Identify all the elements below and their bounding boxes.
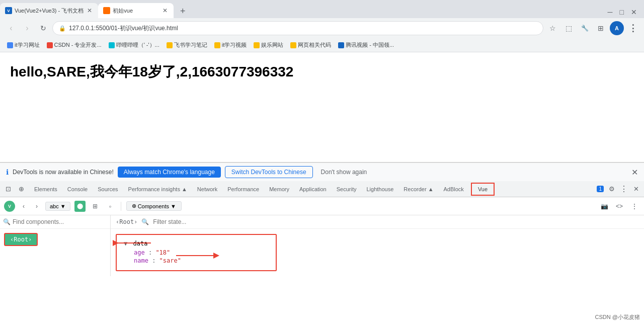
tab-adblock[interactable]: AdBlock <box>439 181 469 197</box>
vue-data-row-header: ▼ data <box>124 240 269 247</box>
devtools-badge: 1 <box>597 186 604 192</box>
devtools-more-icon[interactable]: ⋮ <box>618 183 630 195</box>
tab-1-label: Vue(Vue2+Vue3) - 飞书文档 <box>15 7 84 15</box>
vue-search-bar: 🔍 <box>0 215 110 229</box>
switch-devtools-button[interactable]: Switch DevTools to Chinese <box>225 166 313 178</box>
window-controls: ─ □ ✕ <box>605 8 644 18</box>
tab-2-favicon <box>103 7 110 14</box>
vue-format-btn[interactable]: ⬤ <box>74 201 86 212</box>
devtools-dock-icon[interactable]: ⊡ <box>2 183 14 195</box>
tab-1-close[interactable]: ✕ <box>86 7 93 14</box>
vue-back-btn[interactable]: ‹ <box>19 202 28 211</box>
bookmark-bilibili[interactable]: 哔哩哔哩（' -'）... <box>106 40 163 50</box>
vue-right-panel: ‹Root› 🔍 ▼ data age : "18" <box>111 215 644 276</box>
bookmark-webcode[interactable]: 网页相关代码 <box>287 40 334 50</box>
vue-toolbar: V ‹ › abc ▼ ⬤ ⊞ ◦ ⊕ Components ▼ 📷 <> ⋮ <box>0 197 644 215</box>
bookmark-it-study[interactable]: it学习网址 <box>4 40 43 50</box>
data-section-label: data <box>133 240 147 247</box>
vue-root-item[interactable]: ‹Root› <box>4 233 38 246</box>
devtools-notification: ℹ DevTools is now available in Chinese! … <box>0 163 644 181</box>
search-icon: 🔍 <box>3 218 11 225</box>
maximize-btn[interactable]: □ <box>617 8 627 16</box>
extension-btn-3[interactable]: ⊞ <box>594 21 608 35</box>
bookmark-it-video[interactable]: it学习视频 <box>211 40 250 50</box>
tab-2[interactable]: 初始vue ✕ <box>98 3 174 18</box>
devtools-inspect-icon[interactable]: ⊕ <box>15 183 27 195</box>
bookmark-entertainment[interactable]: 娱乐网站 <box>251 40 286 50</box>
bookmark-csdn[interactable]: CSDN - 专业开发... <box>44 40 105 50</box>
minimize-btn[interactable]: ─ <box>605 8 616 16</box>
vue-left-panel: 🔍 ‹Root› <box>0 215 111 276</box>
tab-elements[interactable]: Elements <box>29 181 62 197</box>
footer-watermark: CSDN @小花皮猪 <box>595 313 640 321</box>
vue-panel-body: 🔍 ‹Root› ‹Root› 🔍 <box>0 215 644 276</box>
forward-button[interactable]: › <box>20 21 34 35</box>
tab-memory[interactable]: Memory <box>264 181 294 197</box>
notification-close-icon[interactable]: ✕ <box>631 168 638 177</box>
back-button[interactable]: ‹ <box>4 21 18 35</box>
name-key: name <box>134 257 148 264</box>
tab-1-favicon: V <box>5 7 12 14</box>
vue-filter-input[interactable] <box>153 218 639 225</box>
address-text: 127.0.0.1:5500/01-初识vue/初识vue.html <box>69 24 178 33</box>
vue-devtools-content: V ‹ › abc ▼ ⬤ ⊞ ◦ ⊕ Components ▼ 📷 <> ⋮ <box>0 197 644 276</box>
vue-components-dropdown[interactable]: ⊕ Components ▼ <box>126 201 182 211</box>
filter-search-icon: 🔍 <box>141 218 149 225</box>
profile-btn[interactable]: A <box>610 21 624 35</box>
page-content: hello,SARE,我今年18岁了,2,1663077396332 <box>0 52 644 162</box>
vue-data-age-row: age : "18" <box>124 249 269 256</box>
root-tag-label: ‹Root› <box>116 218 137 225</box>
vue-right-action-3[interactable]: ⋮ <box>629 201 640 212</box>
vue-right-action-2[interactable]: <> <box>614 201 625 212</box>
bookmarks-bar: it学习网址 CSDN - 专业开发... 哔哩哔哩（' -'）... 飞书学习… <box>0 38 644 52</box>
tab-2-label: 初始vue <box>113 7 159 15</box>
tab-recorder[interactable]: Recorder ▲ <box>398 181 438 197</box>
close-btn[interactable]: ✕ <box>628 8 640 16</box>
devtools-settings-icon[interactable]: ⚙ <box>606 183 618 195</box>
vue-grid-btn[interactable]: ⊞ <box>90 201 101 212</box>
lock-icon: 🔒 <box>59 25 66 32</box>
age-key: age <box>134 249 145 256</box>
vue-abc-dropdown[interactable]: abc ▼ <box>45 202 70 211</box>
extension-btn-1[interactable]: ⬚ <box>561 21 576 35</box>
address-bar[interactable]: 🔒 127.0.0.1:5500/01-初识vue/初识vue.html <box>52 21 543 35</box>
vue-tree: ‹Root› <box>0 229 110 276</box>
abc-chevron-icon: ▼ <box>60 203 66 209</box>
controls-bar: ‹ › ↻ 🔒 127.0.0.1:5500/01-初识vue/初识vue.ht… <box>0 18 644 38</box>
expand-icon: ▼ <box>124 240 127 247</box>
bookmark-feishu[interactable]: 飞书学习笔记 <box>164 40 210 50</box>
devtools-panel: ℹ DevTools is now available in Chinese! … <box>0 162 644 276</box>
tab-security[interactable]: Security <box>332 181 362 197</box>
vue-search-input[interactable] <box>13 218 107 225</box>
page-heading: hello,SARE,我今年18岁了,2,1663077396332 <box>10 62 293 82</box>
age-value: "18" <box>155 249 170 256</box>
bookmark-tencent[interactable]: 腾讯视频 - 中国领... <box>335 40 397 50</box>
tab-performance-insights[interactable]: Performance insights ▲ <box>123 181 192 197</box>
tab-network[interactable]: Network <box>192 181 222 197</box>
vue-forward-btn[interactable]: › <box>32 202 41 211</box>
devtools-close-icon[interactable]: ✕ <box>630 183 642 195</box>
browser-chrome: V Vue(Vue2+Vue3) - 飞书文档 ✕ 初始vue ✕ + ─ □ … <box>0 0 644 52</box>
menu-btn[interactable]: ⋮ <box>626 21 640 35</box>
components-label: Components ▼ <box>138 203 176 209</box>
tab-sources[interactable]: Sources <box>93 181 123 197</box>
vue-logo: V <box>4 201 15 212</box>
new-tab-button[interactable]: + <box>176 4 190 18</box>
vue-right-action-1[interactable]: 📷 <box>599 201 610 212</box>
vue-data-name-row: name : "sare" <box>124 257 269 264</box>
always-match-button[interactable]: Always match Chrome's language <box>118 167 221 178</box>
info-icon: ℹ <box>6 168 9 176</box>
dont-show-again-button[interactable]: Don't show again <box>317 167 371 178</box>
bookmark-star[interactable]: ☆ <box>545 21 559 35</box>
tab-vue[interactable]: Vue <box>471 183 495 196</box>
tab-lighthouse[interactable]: Lighthouse <box>362 181 399 197</box>
tab-console[interactable]: Console <box>62 181 93 197</box>
tab-2-close[interactable]: ✕ <box>162 7 169 14</box>
tab-1[interactable]: V Vue(Vue2+Vue3) - 飞书文档 ✕ <box>0 3 98 18</box>
tab-performance[interactable]: Performance <box>222 181 264 197</box>
components-icon: ⊕ <box>132 203 136 209</box>
extension-btn-2[interactable]: 🔧 <box>578 21 592 35</box>
reload-button[interactable]: ↻ <box>36 21 50 35</box>
vue-dot-btn[interactable]: ◦ <box>105 201 116 212</box>
tab-application[interactable]: Application <box>294 181 332 197</box>
